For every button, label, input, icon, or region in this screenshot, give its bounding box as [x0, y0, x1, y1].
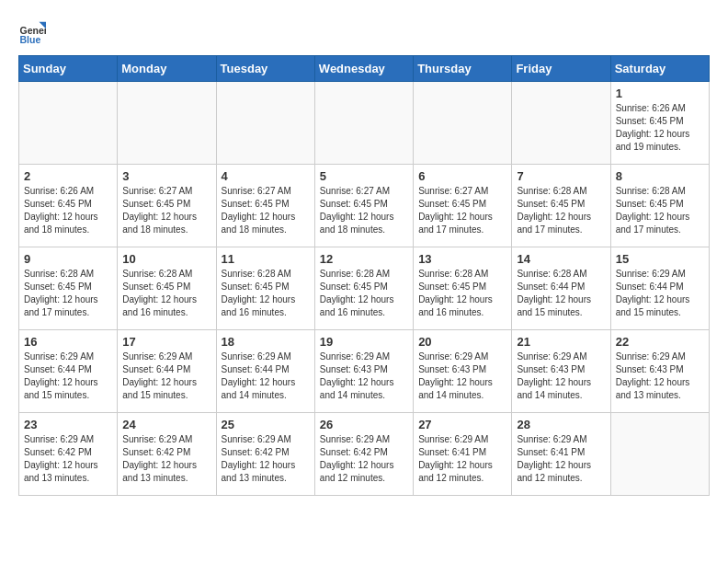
- calendar-cell: [512, 82, 610, 165]
- calendar-cell: [216, 82, 314, 165]
- calendar-week-row: 1Sunrise: 6:26 AM Sunset: 6:45 PM Daylig…: [19, 82, 710, 165]
- day-number: 20: [418, 335, 506, 349]
- day-header-monday: Monday: [118, 56, 216, 82]
- calendar-cell: 12Sunrise: 6:28 AM Sunset: 6:45 PM Dayli…: [314, 247, 413, 330]
- day-info: Sunrise: 6:29 AM Sunset: 6:43 PM Dayligh…: [320, 350, 408, 402]
- calendar-cell: 22Sunrise: 6:29 AM Sunset: 6:43 PM Dayli…: [610, 330, 709, 413]
- day-info: Sunrise: 6:27 AM Sunset: 6:45 PM Dayligh…: [418, 185, 506, 236]
- calendar-cell: 27Sunrise: 6:29 AM Sunset: 6:41 PM Dayli…: [414, 413, 512, 496]
- calendar-table: SundayMondayTuesdayWednesdayThursdayFrid…: [18, 55, 710, 496]
- logo: General Blue: [18, 18, 50, 46]
- day-number: 14: [517, 252, 605, 266]
- day-header-friday: Friday: [512, 56, 610, 82]
- calendar-cell: 5Sunrise: 6:27 AM Sunset: 6:45 PM Daylig…: [314, 165, 413, 247]
- calendar-cell: [314, 82, 413, 165]
- day-number: 7: [517, 169, 605, 183]
- day-info: Sunrise: 6:26 AM Sunset: 6:45 PM Dayligh…: [24, 185, 112, 236]
- calendar-cell: [118, 82, 216, 165]
- day-info: Sunrise: 6:29 AM Sunset: 6:43 PM Dayligh…: [616, 350, 704, 402]
- day-info: Sunrise: 6:28 AM Sunset: 6:45 PM Dayligh…: [418, 268, 506, 319]
- day-info: Sunrise: 6:29 AM Sunset: 6:42 PM Dayligh…: [122, 433, 210, 485]
- day-info: Sunrise: 6:28 AM Sunset: 6:45 PM Dayligh…: [616, 185, 704, 236]
- calendar-cell: 10Sunrise: 6:28 AM Sunset: 6:45 PM Dayli…: [118, 247, 216, 330]
- logo-icon: General Blue: [18, 18, 46, 46]
- calendar-cell: 17Sunrise: 6:29 AM Sunset: 6:44 PM Dayli…: [118, 330, 216, 413]
- calendar-cell: 9Sunrise: 6:28 AM Sunset: 6:45 PM Daylig…: [19, 247, 118, 330]
- day-info: Sunrise: 6:29 AM Sunset: 6:41 PM Dayligh…: [517, 433, 605, 485]
- calendar-cell: 14Sunrise: 6:28 AM Sunset: 6:44 PM Dayli…: [512, 247, 610, 330]
- calendar-cell: 15Sunrise: 6:29 AM Sunset: 6:44 PM Dayli…: [610, 247, 709, 330]
- day-number: 11: [222, 252, 310, 266]
- day-info: Sunrise: 6:28 AM Sunset: 6:44 PM Dayligh…: [517, 268, 605, 319]
- calendar-cell: 20Sunrise: 6:29 AM Sunset: 6:43 PM Dayli…: [414, 330, 512, 413]
- day-number: 3: [122, 169, 210, 183]
- calendar-cell: 23Sunrise: 6:29 AM Sunset: 6:42 PM Dayli…: [19, 413, 118, 496]
- day-info: Sunrise: 6:27 AM Sunset: 6:45 PM Dayligh…: [320, 185, 408, 236]
- calendar-cell: 25Sunrise: 6:29 AM Sunset: 6:42 PM Dayli…: [216, 413, 314, 496]
- day-info: Sunrise: 6:29 AM Sunset: 6:44 PM Dayligh…: [222, 350, 310, 402]
- day-info: Sunrise: 6:29 AM Sunset: 6:43 PM Dayligh…: [418, 350, 506, 402]
- day-number: 10: [122, 252, 210, 266]
- day-header-tuesday: Tuesday: [216, 56, 314, 82]
- calendar-cell: [19, 82, 118, 165]
- calendar-cell: 8Sunrise: 6:28 AM Sunset: 6:45 PM Daylig…: [610, 165, 709, 247]
- day-info: Sunrise: 6:29 AM Sunset: 6:44 PM Dayligh…: [122, 350, 210, 402]
- svg-text:Blue: Blue: [20, 34, 41, 45]
- calendar-cell: 4Sunrise: 6:27 AM Sunset: 6:45 PM Daylig…: [216, 165, 314, 247]
- day-number: 23: [24, 418, 112, 431]
- day-header-sunday: Sunday: [19, 56, 118, 82]
- calendar-cell: 3Sunrise: 6:27 AM Sunset: 6:45 PM Daylig…: [118, 165, 216, 247]
- calendar-header-row: SundayMondayTuesdayWednesdayThursdayFrid…: [19, 56, 710, 82]
- day-number: 13: [418, 252, 506, 266]
- day-number: 18: [222, 335, 310, 349]
- day-info: Sunrise: 6:29 AM Sunset: 6:41 PM Dayligh…: [418, 433, 506, 485]
- day-number: 22: [616, 335, 704, 349]
- calendar-cell: 18Sunrise: 6:29 AM Sunset: 6:44 PM Dayli…: [216, 330, 314, 413]
- day-info: Sunrise: 6:28 AM Sunset: 6:45 PM Dayligh…: [24, 268, 112, 319]
- calendar-week-row: 2Sunrise: 6:26 AM Sunset: 6:45 PM Daylig…: [19, 165, 710, 247]
- day-number: 21: [517, 335, 605, 349]
- day-number: 27: [418, 418, 506, 431]
- page-header: General Blue: [18, 18, 710, 46]
- day-number: 25: [222, 418, 310, 431]
- day-info: Sunrise: 6:27 AM Sunset: 6:45 PM Dayligh…: [122, 185, 210, 236]
- calendar-cell: 24Sunrise: 6:29 AM Sunset: 6:42 PM Dayli…: [118, 413, 216, 496]
- day-header-saturday: Saturday: [610, 56, 709, 82]
- calendar-cell: 19Sunrise: 6:29 AM Sunset: 6:43 PM Dayli…: [314, 330, 413, 413]
- day-header-thursday: Thursday: [414, 56, 512, 82]
- day-info: Sunrise: 6:29 AM Sunset: 6:42 PM Dayligh…: [222, 433, 310, 485]
- day-info: Sunrise: 6:29 AM Sunset: 6:44 PM Dayligh…: [24, 350, 112, 402]
- day-info: Sunrise: 6:28 AM Sunset: 6:45 PM Dayligh…: [222, 268, 310, 319]
- calendar-cell: 6Sunrise: 6:27 AM Sunset: 6:45 PM Daylig…: [414, 165, 512, 247]
- day-header-wednesday: Wednesday: [314, 56, 413, 82]
- calendar-cell: 26Sunrise: 6:29 AM Sunset: 6:42 PM Dayli…: [314, 413, 413, 496]
- day-info: Sunrise: 6:28 AM Sunset: 6:45 PM Dayligh…: [517, 185, 605, 236]
- calendar-cell: [610, 413, 709, 496]
- day-number: 15: [616, 252, 704, 266]
- day-number: 8: [616, 169, 704, 183]
- calendar-cell: 1Sunrise: 6:26 AM Sunset: 6:45 PM Daylig…: [610, 82, 709, 165]
- day-info: Sunrise: 6:26 AM Sunset: 6:45 PM Dayligh…: [616, 102, 704, 154]
- calendar-week-row: 23Sunrise: 6:29 AM Sunset: 6:42 PM Dayli…: [19, 413, 710, 496]
- calendar-cell: 16Sunrise: 6:29 AM Sunset: 6:44 PM Dayli…: [19, 330, 118, 413]
- calendar-cell: 2Sunrise: 6:26 AM Sunset: 6:45 PM Daylig…: [19, 165, 118, 247]
- day-info: Sunrise: 6:29 AM Sunset: 6:43 PM Dayligh…: [517, 350, 605, 402]
- day-number: 17: [122, 335, 210, 349]
- day-info: Sunrise: 6:29 AM Sunset: 6:44 PM Dayligh…: [616, 268, 704, 319]
- day-number: 12: [320, 252, 408, 266]
- day-info: Sunrise: 6:29 AM Sunset: 6:42 PM Dayligh…: [320, 433, 408, 485]
- day-number: 28: [517, 418, 605, 431]
- calendar-week-row: 16Sunrise: 6:29 AM Sunset: 6:44 PM Dayli…: [19, 330, 710, 413]
- calendar-cell: 7Sunrise: 6:28 AM Sunset: 6:45 PM Daylig…: [512, 165, 610, 247]
- day-info: Sunrise: 6:27 AM Sunset: 6:45 PM Dayligh…: [222, 185, 310, 236]
- day-number: 6: [418, 169, 506, 183]
- calendar-cell: [414, 82, 512, 165]
- day-info: Sunrise: 6:28 AM Sunset: 6:45 PM Dayligh…: [320, 268, 408, 319]
- calendar-week-row: 9Sunrise: 6:28 AM Sunset: 6:45 PM Daylig…: [19, 247, 710, 330]
- day-number: 5: [320, 169, 408, 183]
- day-number: 1: [616, 86, 704, 100]
- calendar-cell: 13Sunrise: 6:28 AM Sunset: 6:45 PM Dayli…: [414, 247, 512, 330]
- calendar-cell: 28Sunrise: 6:29 AM Sunset: 6:41 PM Dayli…: [512, 413, 610, 496]
- day-number: 4: [222, 169, 310, 183]
- day-number: 24: [122, 418, 210, 431]
